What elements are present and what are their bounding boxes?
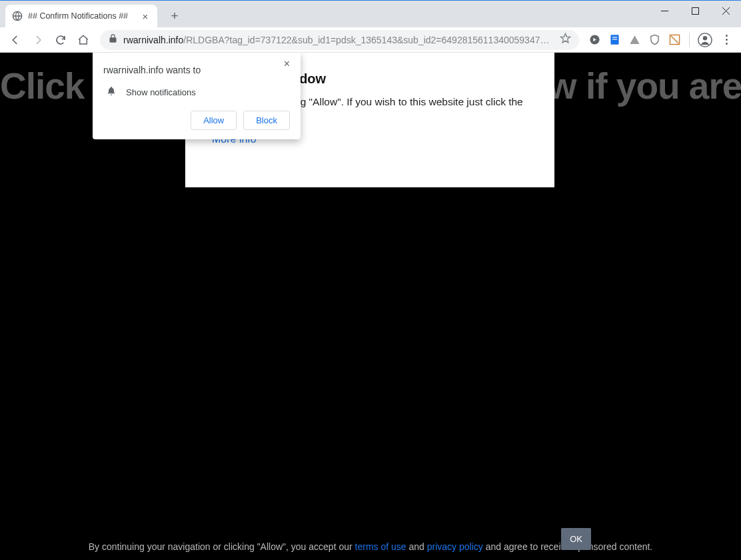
browser-toolbar: rwarnivalh.info/RLDGBA?tag_id=737122&sub…	[0, 27, 741, 53]
lock-icon	[108, 33, 118, 46]
permission-site-label: rwarnivalh.info wants to	[103, 65, 290, 75]
separator	[689, 33, 690, 47]
chrome-menu-button[interactable]	[717, 31, 736, 49]
tab-title: ## Confirm Notifications ##	[28, 11, 135, 21]
extension-icon[interactable]	[666, 31, 683, 49]
home-button[interactable]	[73, 30, 93, 50]
minimize-button[interactable]	[649, 1, 680, 21]
globe-icon	[12, 11, 23, 21]
back-button[interactable]	[5, 30, 25, 50]
address-bar[interactable]: rwarnivalh.info/RLDGBA?tag_id=737122&sub…	[100, 30, 579, 50]
page-content: Click "Allow" to close this window if yo…	[0, 53, 741, 560]
terms-link[interactable]: terms of use	[355, 541, 406, 552]
notification-permission-popup: × rwarnivalh.info wants to Show notifica…	[93, 53, 301, 139]
svg-point-8	[703, 36, 707, 40]
extension-icon[interactable]	[626, 31, 643, 49]
permission-label: Show notifications	[126, 87, 196, 97]
profile-avatar-icon[interactable]	[696, 31, 714, 49]
extension-icon[interactable]	[646, 31, 663, 49]
close-tab-icon[interactable]: ×	[140, 11, 151, 22]
bell-icon	[106, 86, 117, 99]
browser-tab[interactable]: ## Confirm Notifications ## ×	[5, 5, 157, 27]
svg-rect-1	[692, 7, 698, 14]
window-controls	[649, 1, 741, 21]
privacy-link[interactable]: privacy policy	[427, 541, 483, 552]
close-window-button[interactable]	[710, 1, 741, 21]
new-tab-button[interactable]: +	[165, 7, 184, 25]
extension-icon[interactable]	[586, 31, 603, 49]
svg-rect-5	[612, 39, 616, 39]
allow-button[interactable]: Allow	[191, 111, 237, 130]
url-text: rwarnivalh.info/RLDGBA?tag_id=737122&sub…	[123, 35, 554, 45]
reload-button[interactable]	[51, 30, 71, 50]
block-button[interactable]: Block	[243, 111, 290, 130]
maximize-button[interactable]	[680, 1, 710, 21]
permission-request-row: Show notifications	[103, 86, 290, 99]
svg-rect-4	[612, 37, 616, 37]
bookmark-star-icon[interactable]	[560, 33, 571, 47]
footer-disclaimer: By continuing your navigation or clickin…	[0, 540, 741, 554]
forward-button[interactable]	[28, 30, 48, 50]
close-icon[interactable]: ×	[281, 57, 293, 71]
browser-titlebar: ## Confirm Notifications ## × +	[0, 1, 741, 27]
ok-button[interactable]: OK	[561, 528, 591, 550]
extension-icon[interactable]	[606, 31, 623, 49]
